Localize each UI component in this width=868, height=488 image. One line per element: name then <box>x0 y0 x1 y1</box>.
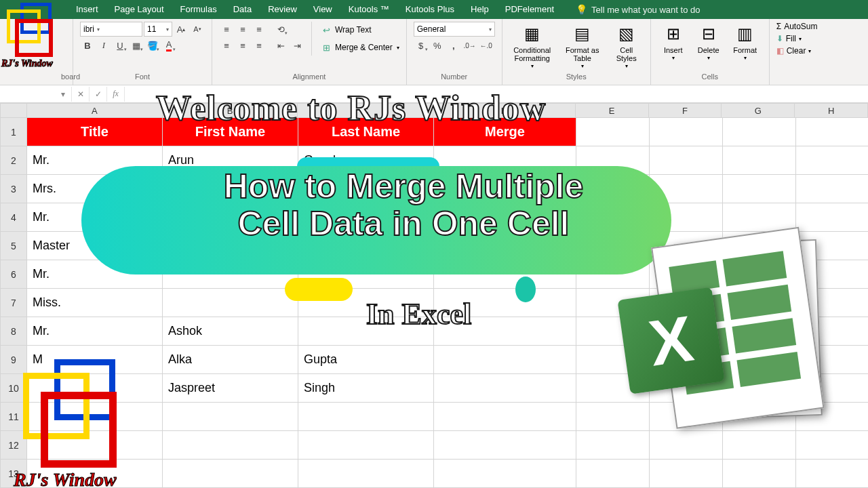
font-name-combo[interactable]: ibri▾ <box>80 22 142 37</box>
font-color-button[interactable]: A <box>161 38 176 53</box>
align-top-icon[interactable]: ≡ <box>219 22 234 37</box>
delete-cells-button[interactable]: ⊟Delete▾ <box>693 22 724 64</box>
tab-pdfelement[interactable]: PDFelement <box>497 0 562 19</box>
cell[interactable] <box>298 403 434 431</box>
tab-kutools[interactable]: Kutools ™ <box>340 0 397 19</box>
cell[interactable] <box>650 460 723 488</box>
cell[interactable] <box>434 460 576 488</box>
cell[interactable] <box>434 431 576 460</box>
align-middle-icon[interactable]: ≡ <box>235 22 250 37</box>
font-size-combo[interactable]: 11▾ <box>144 22 172 37</box>
increase-decimal-icon[interactable]: .0→ <box>462 38 477 53</box>
select-all-corner[interactable] <box>0 103 27 118</box>
cell[interactable] <box>163 431 298 460</box>
cell-styles-button[interactable]: ▧Cell Styles▾ <box>610 22 644 72</box>
cell[interactable]: Miss. <box>27 289 163 317</box>
col-header-H[interactable]: H <box>795 103 868 118</box>
cell[interactable] <box>298 431 434 460</box>
cell[interactable] <box>650 118 723 146</box>
tab-data[interactable]: Data <box>225 0 260 19</box>
tab-help[interactable]: Help <box>462 0 497 19</box>
row-header-8[interactable]: 8 <box>0 317 27 346</box>
cell[interactable] <box>434 346 576 374</box>
cell[interactable] <box>163 289 298 317</box>
cell[interactable] <box>723 460 796 488</box>
bold-button[interactable]: B <box>80 38 95 53</box>
name-box-dropdown[interactable]: ▾ <box>54 87 72 102</box>
col-header-G[interactable]: G <box>722 103 795 118</box>
cell[interactable] <box>723 175 796 203</box>
conditional-formatting-button[interactable]: ▦Conditional Formatting▾ <box>509 22 555 72</box>
wrap-text-button[interactable]: Wrap Text <box>335 25 372 35</box>
decrease-indent-icon[interactable]: ⇤ <box>273 38 288 53</box>
wrap-text-icon[interactable]: ↩ <box>319 22 334 37</box>
enter-formula-icon[interactable]: ✓ <box>90 87 107 102</box>
fill-button[interactable]: Fill <box>786 34 796 43</box>
cell[interactable] <box>163 403 298 431</box>
cell[interactable]: Ashok <box>163 317 298 346</box>
autosum-icon[interactable]: Σ <box>776 22 781 31</box>
decrease-font-icon[interactable]: A▾ <box>190 22 205 37</box>
increase-indent-icon[interactable]: ⇥ <box>290 38 304 53</box>
merge-icon[interactable]: ⊞ <box>319 40 334 55</box>
cell[interactable]: Alka <box>163 346 298 374</box>
col-header-A[interactable]: A <box>27 103 163 118</box>
tab-formulas[interactable]: Formulas <box>172 0 225 19</box>
cell[interactable] <box>796 460 868 488</box>
col-header-F[interactable]: F <box>649 103 722 118</box>
insert-cells-button[interactable]: ⊞Insert▾ <box>658 22 689 64</box>
cell[interactable]: Singh <box>298 374 434 403</box>
accounting-format-icon[interactable]: $ <box>414 38 429 53</box>
cell[interactable] <box>434 374 576 403</box>
cell[interactable]: Gupta <box>298 346 434 374</box>
autosum-button[interactable]: AutoSum <box>784 22 817 31</box>
cancel-formula-icon[interactable]: ✕ <box>72 87 90 102</box>
format-as-table-button[interactable]: ▤Format as Table▾ <box>559 22 606 72</box>
align-left-icon[interactable]: ≡ <box>219 38 234 53</box>
row-header-6[interactable]: 6 <box>0 260 27 289</box>
cell[interactable] <box>298 460 434 488</box>
number-format-combo[interactable]: General▾ <box>414 22 495 37</box>
cell[interactable] <box>723 118 796 146</box>
underline-button[interactable]: U <box>113 38 127 53</box>
cell[interactable] <box>576 118 650 146</box>
cell[interactable] <box>576 460 650 488</box>
clear-button[interactable]: Clear <box>787 46 806 56</box>
row-header-7[interactable]: 7 <box>0 289 27 317</box>
orientation-icon[interactable]: ⟲ <box>273 22 288 37</box>
italic-button[interactable]: I <box>96 38 111 53</box>
decrease-decimal-icon[interactable]: ←.0 <box>479 38 494 53</box>
align-bottom-icon[interactable]: ≡ <box>252 22 267 37</box>
col-header-E[interactable]: E <box>576 103 649 118</box>
tab-review[interactable]: Review <box>260 0 305 19</box>
row-header-2[interactable]: 2 <box>0 146 27 175</box>
cell[interactable]: Jaspreet <box>163 374 298 403</box>
cell[interactable] <box>163 460 298 488</box>
clear-icon[interactable]: ◧ <box>776 46 784 56</box>
tab-kutools-plus[interactable]: Kutools Plus <box>397 0 462 19</box>
header-title[interactable]: Title <box>27 118 163 146</box>
chevron-down-icon[interactable]: ▾ <box>397 45 399 51</box>
row-header-5[interactable]: 5 <box>0 232 27 260</box>
cell[interactable] <box>796 118 868 146</box>
insert-function-icon[interactable]: fx <box>107 87 125 102</box>
cell[interactable] <box>434 403 576 431</box>
increase-font-icon[interactable]: A▴ <box>174 22 189 37</box>
fill-color-button[interactable]: 🪣 <box>145 38 160 53</box>
align-right-icon[interactable]: ≡ <box>252 38 267 53</box>
tab-insert[interactable]: Insert <box>68 0 106 19</box>
align-center-icon[interactable]: ≡ <box>235 38 250 53</box>
fill-icon[interactable]: ⬇ <box>776 34 783 43</box>
comma-format-icon[interactable]: , <box>446 38 461 53</box>
format-cells-button[interactable]: ▥Format▾ <box>728 22 762 64</box>
merge-center-button[interactable]: Merge & Center <box>335 43 393 52</box>
tab-view[interactable]: View <box>305 0 340 19</box>
borders-button[interactable]: ▦ <box>129 38 144 53</box>
cell[interactable] <box>796 146 868 175</box>
tab-page-layout[interactable]: Page Layout <box>106 0 172 19</box>
row-header-1[interactable]: 1 <box>0 118 27 146</box>
row-header-4[interactable]: 4 <box>0 203 27 232</box>
cell[interactable] <box>796 175 868 203</box>
cell[interactable] <box>723 146 796 175</box>
cell[interactable]: Mr. <box>27 317 163 346</box>
